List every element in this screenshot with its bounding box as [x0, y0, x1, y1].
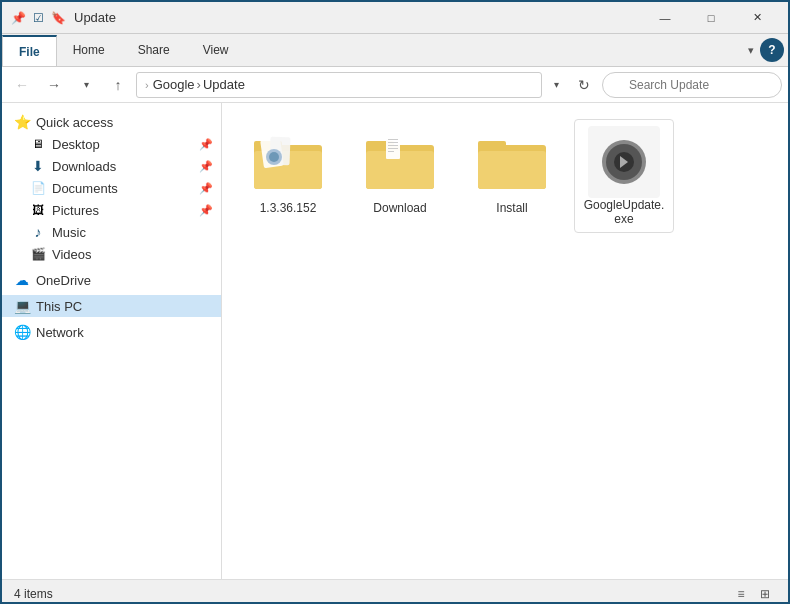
window-title: Update [74, 10, 642, 25]
ribbon-right: ▾ ? [748, 34, 788, 66]
main-content: ⭐ Quick access 🖥 Desktop 📌 ⬇ Downloads 📌… [2, 103, 788, 579]
ribbon-tabs: File Home Share View ▾ ? [2, 34, 788, 66]
tab-view[interactable]: View [187, 34, 246, 66]
path-segment-update[interactable]: Update [203, 77, 245, 92]
sidebar-section-quick-access: ⭐ Quick access 🖥 Desktop 📌 ⬇ Downloads 📌… [2, 111, 221, 265]
path-start-icon: › [145, 79, 149, 91]
help-button[interactable]: ? [760, 38, 784, 62]
this-pc-icon: 💻 [14, 298, 30, 314]
path-arrow: › [197, 77, 201, 92]
bookmark-title-icon: 🔖 [50, 10, 66, 26]
tab-share[interactable]: Share [122, 34, 187, 66]
sidebar-item-documents[interactable]: 📄 Documents 📌 [2, 177, 221, 199]
recent-locations-button[interactable]: ▾ [72, 71, 100, 99]
sidebar-item-onedrive[interactable]: ☁ OneDrive [2, 269, 221, 291]
network-icon: 🌐 [14, 324, 30, 340]
detail-view-button[interactable]: ⊞ [754, 583, 776, 605]
status-bar: 4 items ≡ ⊞ [2, 579, 788, 604]
onedrive-icon: ☁ [14, 272, 30, 288]
file-item-install[interactable]: Install [462, 119, 562, 233]
close-button[interactable]: ✕ [734, 2, 780, 34]
refresh-button[interactable]: ↻ [570, 71, 598, 99]
path-dropdown-button[interactable]: ▾ [546, 72, 566, 98]
sidebar-section-network: 🌐 Network [2, 321, 221, 343]
minimize-button[interactable]: — [642, 2, 688, 34]
videos-label: Videos [52, 247, 92, 262]
window-controls[interactable]: — □ ✕ [642, 2, 780, 34]
desktop-icon: 🖥 [30, 136, 46, 152]
network-label: Network [36, 325, 84, 340]
view-controls[interactable]: ≡ ⊞ [730, 583, 776, 605]
checkbox-title-icon: ☑ [30, 10, 46, 26]
desktop-pin-icon: 📌 [199, 138, 213, 151]
sidebar-item-quick-access[interactable]: ⭐ Quick access [2, 111, 221, 133]
folder-label-3: Install [496, 201, 527, 215]
quick-access-label: Quick access [36, 115, 113, 130]
address-path[interactable]: › Google › Update [136, 72, 542, 98]
expand-ribbon-button[interactable]: ▾ [748, 44, 754, 57]
onedrive-label: OneDrive [36, 273, 91, 288]
folder-label-1: 1.3.36.152 [260, 201, 317, 215]
file-item-download[interactable]: Download [350, 119, 450, 233]
list-view-button[interactable]: ≡ [730, 583, 752, 605]
music-label: Music [52, 225, 86, 240]
svg-point-6 [269, 152, 279, 162]
tab-file[interactable]: File [2, 35, 57, 66]
address-bar: ← → ▾ ↑ › Google › Update ▾ ↻ 🔍 [2, 67, 788, 103]
svg-rect-11 [388, 139, 398, 140]
pictures-icon: 🖼 [30, 202, 46, 218]
sidebar-item-network[interactable]: 🌐 Network [2, 321, 221, 343]
folder-label-2: Download [373, 201, 426, 215]
title-bar-icons: 📌 ☑ 🔖 [10, 10, 66, 26]
folder-icon-1 [252, 125, 324, 197]
item-count: 4 items [14, 587, 53, 601]
address-right: ↻ 🔍 [570, 71, 782, 99]
sidebar-item-music[interactable]: ♪ Music [2, 221, 221, 243]
sidebar-item-videos[interactable]: 🎬 Videos [2, 243, 221, 265]
downloads-pin-icon: 📌 [199, 160, 213, 173]
ribbon: File Home Share View ▾ ? [2, 34, 788, 67]
file-item-1.3.36.152[interactable]: 1.3.36.152 [238, 119, 338, 233]
file-area: 1.3.36.152 [222, 103, 788, 579]
videos-icon: 🎬 [30, 246, 46, 262]
svg-rect-12 [388, 142, 398, 143]
svg-rect-17 [478, 141, 506, 149]
maximize-button[interactable]: □ [688, 2, 734, 34]
exe-label: GoogleUpdate.exe [581, 198, 667, 226]
sidebar-section-this-pc: 💻 This PC [2, 295, 221, 317]
file-grid: 1.3.36.152 [238, 119, 772, 233]
folder-svg-3 [476, 131, 548, 191]
documents-icon: 📄 [30, 180, 46, 196]
file-item-googleupdate[interactable]: GoogleUpdate.exe [574, 119, 674, 233]
downloads-icon: ⬇ [30, 158, 46, 174]
pin-title-icon: 📌 [10, 10, 26, 26]
documents-pin-icon: 📌 [199, 182, 213, 195]
svg-rect-18 [478, 151, 546, 189]
sidebar-item-desktop[interactable]: 🖥 Desktop 📌 [2, 133, 221, 155]
pictures-pin-icon: 📌 [199, 204, 213, 217]
up-button[interactable]: ↑ [104, 71, 132, 99]
pictures-label: Pictures [52, 203, 99, 218]
search-wrapper: 🔍 [602, 72, 782, 98]
svg-rect-15 [388, 151, 394, 152]
folder-svg-2 [364, 131, 436, 191]
exe-icon-area [588, 126, 660, 198]
sidebar-item-this-pc[interactable]: 💻 This PC [2, 295, 221, 317]
folder-icon-3 [476, 125, 548, 197]
forward-button[interactable]: → [40, 71, 68, 99]
back-button[interactable]: ← [8, 71, 36, 99]
downloads-label: Downloads [52, 159, 116, 174]
this-pc-label: This PC [36, 299, 82, 314]
documents-label: Documents [52, 181, 118, 196]
sidebar-section-onedrive: ☁ OneDrive [2, 269, 221, 291]
folder-svg-1 [252, 131, 324, 191]
svg-rect-13 [388, 145, 398, 146]
sidebar-item-pictures[interactable]: 🖼 Pictures 📌 [2, 199, 221, 221]
sidebar-item-downloads[interactable]: ⬇ Downloads 📌 [2, 155, 221, 177]
tab-home[interactable]: Home [57, 34, 122, 66]
music-icon: ♪ [30, 224, 46, 240]
path-segment-google[interactable]: Google [153, 77, 195, 92]
svg-rect-14 [388, 148, 398, 149]
folder-icon-2 [364, 125, 436, 197]
search-input[interactable] [602, 72, 782, 98]
